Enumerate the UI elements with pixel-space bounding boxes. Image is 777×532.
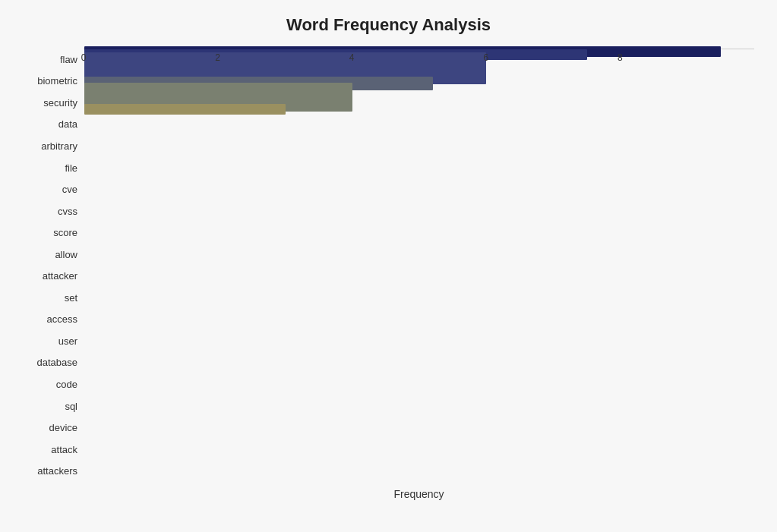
bar-row xyxy=(84,108,754,111)
y-label: attackers xyxy=(23,466,77,476)
y-label: attacker xyxy=(23,271,77,281)
chart-container: Word Frequency Analysis flawbiometricsec… xyxy=(0,0,777,532)
y-label: sql xyxy=(23,401,77,411)
y-label: file xyxy=(23,163,77,173)
y-label: allow xyxy=(23,250,77,260)
x-tick-label: 4 xyxy=(349,52,355,63)
x-tick-label: 2 xyxy=(215,52,220,63)
y-label: attack xyxy=(23,445,77,455)
y-label: access xyxy=(23,314,77,324)
bar xyxy=(84,104,286,115)
y-label: arbitrary xyxy=(23,141,77,151)
chart-area: flawbiometricsecuritydataarbitraryfilecv… xyxy=(23,49,754,482)
y-label: score xyxy=(23,228,77,238)
y-label: code xyxy=(23,379,77,389)
x-axis-title: Frequency xyxy=(84,488,754,500)
x-axis-container: 02468 xyxy=(84,49,754,72)
y-label: cvss xyxy=(23,206,77,216)
bottom-area: Frequency xyxy=(23,488,754,500)
y-label: device xyxy=(23,423,77,433)
y-label: biometric xyxy=(23,76,77,86)
x-tick-label: 8 xyxy=(617,52,623,63)
y-label: data xyxy=(23,119,77,129)
y-label: set xyxy=(23,293,77,303)
x-tick-label: 6 xyxy=(483,52,488,63)
y-label: flaw xyxy=(23,55,77,65)
y-label: user xyxy=(23,336,77,346)
y-label: security xyxy=(23,98,77,108)
y-axis: flawbiometricsecuritydataarbitraryfilecv… xyxy=(23,49,84,482)
x-tick-label: 0 xyxy=(81,52,87,63)
y-label: cve xyxy=(23,184,77,194)
chart-title: Word Frequency Analysis xyxy=(23,15,754,35)
y-label: database xyxy=(23,357,77,367)
